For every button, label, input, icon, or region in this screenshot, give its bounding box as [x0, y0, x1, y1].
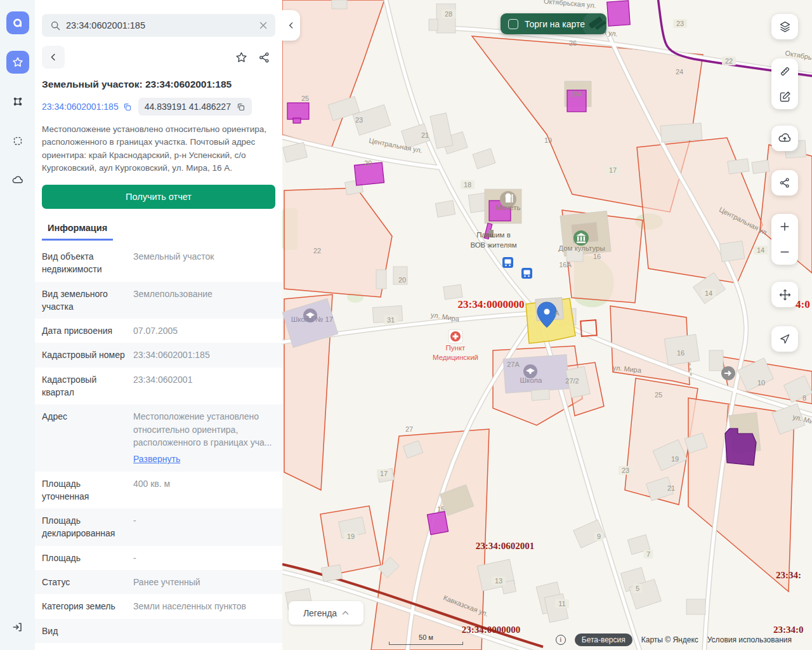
favorite-object-button[interactable]	[230, 46, 252, 69]
layers-control	[771, 14, 798, 39]
sign-in-button[interactable]	[6, 616, 29, 639]
copy-icon[interactable]	[122, 102, 132, 112]
checkbox-icon[interactable]	[508, 19, 518, 29]
tab-information[interactable]: Информация	[42, 219, 113, 241]
app-root: Земельный участок: 23:34:0602001:185 23:…	[0, 0, 812, 650]
map-label: 27А	[507, 361, 520, 368]
map-label: 11	[558, 600, 565, 607]
info-panel: Земельный участок: 23:34:0602001:185 23:…	[35, 0, 282, 650]
map-label: 7	[646, 550, 650, 558]
map-canvas[interactable]: Октябрьская ул.Октябрьская ул.Октябрьска…	[282, 0, 812, 650]
map-label: 22	[725, 57, 733, 65]
map-label: Медицинский	[433, 354, 478, 361]
polygon-select-button[interactable]	[6, 90, 29, 113]
map-label: 19	[671, 455, 679, 463]
info-row-value: -	[133, 514, 275, 540]
ruler-icon	[778, 65, 792, 78]
area-select-button[interactable]	[6, 129, 29, 152]
map-label: Пункт	[446, 344, 466, 352]
map-label: 16	[677, 349, 684, 357]
info-row: АдресМестоположение установлено относите…	[35, 404, 282, 471]
info-row: Вид	[35, 619, 282, 643]
map-label: Октябрьская ул.	[543, 0, 596, 10]
collapse-panel-button[interactable]	[282, 10, 300, 41]
info-row: Площадь уточненная400 кв. м	[35, 472, 282, 509]
map-label: 20	[364, 159, 372, 167]
cloud-upload-button[interactable]	[771, 126, 798, 151]
zoom-control	[771, 214, 798, 265]
legend-button[interactable]: Легенда	[289, 601, 363, 625]
star-icon	[11, 56, 24, 69]
map-label: 22	[313, 247, 321, 255]
upload-control	[771, 126, 798, 151]
share-map-button[interactable]	[771, 170, 798, 196]
terms-of-use-link[interactable]: Условия использования	[707, 635, 792, 644]
info-row-value: 400 кв. м	[133, 477, 275, 503]
info-row: Категория земельЗемли населенных пунктов	[35, 594, 282, 618]
layers-button[interactable]	[771, 14, 798, 39]
icon-rail	[0, 0, 35, 650]
info-row-label: Кадастровый квартал	[42, 373, 133, 399]
search-icon	[49, 19, 62, 34]
get-report-button[interactable]: Получить отчет	[42, 185, 275, 209]
map-label: 10	[757, 379, 765, 387]
locate-control	[771, 326, 798, 352]
map-label: 8	[802, 394, 806, 402]
coordinates-text: 44.839191 41.486227	[145, 102, 231, 112]
search-input[interactable]	[42, 14, 275, 37]
map-label: 23:34:0602001	[476, 541, 535, 551]
info-row-value: 23:34:0602001:185	[133, 348, 275, 361]
favorites-button[interactable]	[6, 51, 29, 74]
pan-control	[771, 282, 798, 307]
info-row-value: Земли населенных пунктов	[133, 600, 275, 613]
zoom-in-button[interactable]	[771, 214, 798, 239]
ruler-button[interactable]	[771, 58, 798, 84]
info-table: Вид объекта недвижимостиЗемельный участо…	[35, 244, 282, 643]
info-row-value	[133, 625, 275, 637]
map-label: 31	[387, 316, 395, 324]
locate-button[interactable]	[771, 326, 798, 352]
info-row-value: 07.07.2005	[133, 324, 275, 337]
info-row-label: Категория земель	[42, 600, 133, 613]
info-row-value: Земельный участок	[133, 250, 275, 276]
app-logo-icon[interactable]	[6, 11, 29, 34]
cloud-button[interactable]	[6, 169, 29, 192]
trades-on-map-toggle[interactable]: Торги на карте	[501, 13, 606, 34]
info-icon[interactable]: i	[556, 635, 566, 645]
info-row: СтатусРанее учтенный	[35, 570, 282, 594]
info-row: Площадь декларированная-	[35, 508, 282, 546]
map-label: 16	[593, 253, 601, 260]
share-icon	[778, 176, 791, 189]
info-row-value: -	[133, 552, 275, 564]
tab-bar: Информация	[42, 219, 275, 241]
pan-button[interactable]	[771, 282, 798, 307]
map-label: 18	[464, 181, 471, 189]
yandex-copyright-link[interactable]: Карты © Яндекс	[641, 635, 698, 644]
cloud-icon	[11, 174, 24, 187]
map-label: 21	[421, 131, 429, 139]
info-row: Кадастровый номер23:34:0602001:185	[35, 343, 282, 367]
cadastral-number-text: 23:34:0602001:185	[42, 102, 119, 112]
info-row-label: Кадастровый номер	[42, 348, 133, 361]
map-label: Мечеть	[496, 204, 521, 211]
zoom-out-button[interactable]	[771, 239, 798, 265]
share-object-button[interactable]	[252, 46, 275, 69]
info-row-label: Вид земельного участка	[42, 288, 133, 314]
map-label: 28	[445, 10, 452, 18]
draw-button[interactable]	[771, 84, 798, 109]
info-row-label: Дата присвоения	[42, 324, 133, 337]
copy-icon[interactable]	[236, 102, 246, 112]
cadastral-number-link[interactable]: 23:34:0602001:185	[42, 102, 132, 112]
map-label: 25	[301, 95, 309, 102]
map-area[interactable]: Октябрьская ул.Октябрьская ул.Октябрьска…	[282, 0, 812, 650]
move-icon	[778, 288, 792, 302]
back-button[interactable]	[42, 46, 65, 69]
map-label: Школа № 17	[291, 315, 333, 323]
clear-search-icon[interactable]	[258, 20, 269, 34]
map-label: 23	[676, 20, 684, 27]
scale-bar: 50 м	[389, 633, 463, 645]
info-row-label: Адрес	[42, 410, 133, 465]
map-label: 27	[405, 425, 413, 433]
expand-address-link[interactable]: Развернуть	[133, 453, 180, 465]
minus-icon	[778, 246, 791, 258]
